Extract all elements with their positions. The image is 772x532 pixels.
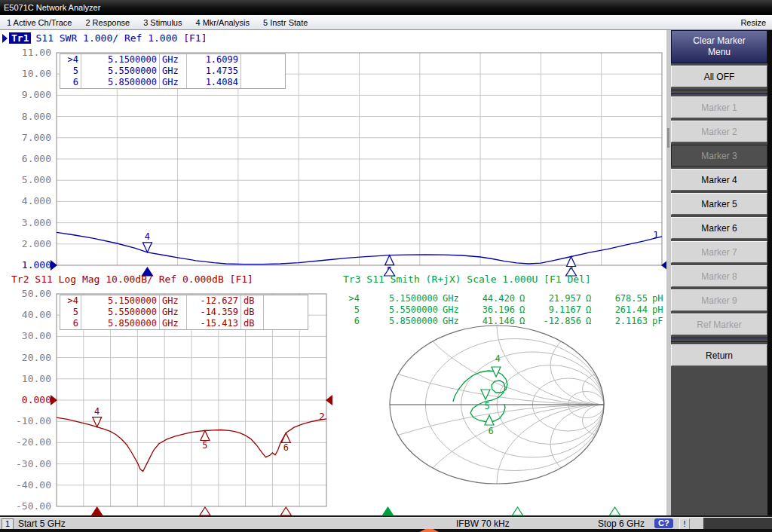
softkey-marker-9: Marker 9	[671, 289, 767, 311]
marker-row: >45.1500000GHz-12.627dB	[60, 295, 308, 307]
title-bar[interactable]: E5071C Network Analyzer	[0, 0, 772, 15]
marker-triangle-icon	[201, 430, 210, 440]
trace2-ytick: -50.00	[5, 500, 51, 512]
marker-cell: -12.856	[534, 316, 584, 327]
trace1-ytick: 4.000	[5, 195, 51, 206]
trace1-ytick: 2.000	[5, 238, 51, 249]
marker-cell: GHz	[160, 295, 187, 307]
marker-cell: 261.44	[600, 304, 650, 316]
trace1-ytick: 5.000	[5, 174, 51, 185]
marker-cell: 6	[60, 77, 81, 88]
marker-cell: 44.420	[467, 293, 517, 304]
softkey-sidebar: Clear Marker Menu All OFFMarker 1Marker …	[671, 30, 767, 515]
trace2-ytick: 50.00	[5, 288, 51, 299]
marker-cell: 5.1500000	[362, 293, 440, 304]
marker-cell: 1.4084	[187, 77, 241, 88]
stimulus-marker-icon	[280, 507, 291, 515]
marker-cell: 36.196	[467, 304, 517, 316]
softkey-marker-3[interactable]: Marker 3	[671, 145, 767, 167]
marker-number-label: 6	[488, 426, 493, 436]
marker-cell: 5.8500000	[81, 318, 160, 329]
trace2-ytick: -20.00	[5, 436, 51, 448]
splitter-handle[interactable]	[667, 128, 669, 148]
marker-cell: 6	[341, 316, 362, 327]
marker-cell: 21.957	[534, 293, 584, 304]
resize-menu-item[interactable]: Resize	[734, 18, 772, 27]
marker-cell: 5	[60, 66, 81, 77]
menu-item-5[interactable]: 5 Instr State	[256, 18, 314, 27]
marker-cell: 5.1500000	[81, 54, 160, 66]
marker-cell: GHz	[440, 293, 467, 304]
trace2-marker-table: >45.1500000GHz-12.627dB 55.5500000GHz-14…	[60, 295, 308, 330]
marker-cell: 5.8500000	[362, 316, 440, 327]
marker-cell: pF	[650, 316, 666, 327]
marker-cell: Ω	[517, 304, 534, 316]
status-bar-dark-area	[703, 518, 772, 530]
marker-cell-empty	[241, 54, 285, 66]
softkey-marker-6[interactable]: Marker 6	[671, 217, 767, 239]
marker-cell: GHz	[160, 318, 187, 329]
marker-cell: GHz	[440, 316, 467, 327]
right-edge-strip	[767, 30, 772, 515]
vna-application-window: E5071C Network Analyzer 1 Active Ch/Trac…	[0, 0, 772, 532]
alert-indicator[interactable]: !	[679, 518, 690, 530]
start-frequency-label: Start 5 GHz	[18, 518, 66, 530]
marker-triangle-icon	[485, 415, 494, 425]
marker-cell: 5.5500000	[362, 304, 440, 316]
smith-reactance-arc	[390, 88, 668, 405]
marker-row: 55.5500000GHz1.4735	[60, 66, 285, 77]
softkey-marker-2: Marker 2	[671, 121, 767, 142]
marker-cell-empty	[264, 307, 308, 318]
softkey-marker-7: Marker 7	[671, 241, 767, 263]
trace1-marker-table: >45.1500000GHz1.6099 55.5500000GHz1.4735…	[60, 54, 286, 89]
stimulus-marker-icon	[200, 507, 210, 515]
marker-cell: -15.413	[187, 318, 241, 329]
menu-item-1[interactable]: 1 Active Ch/Trace	[0, 18, 78, 27]
trace1-ytick: 9.000	[5, 89, 51, 100]
softkey-menu-title: Clear Marker Menu	[671, 30, 767, 63]
menu-bar: 1 Active Ch/Trace2 Response3 Stimulus4 M…	[0, 15, 772, 30]
marker-cell: dB	[241, 307, 264, 318]
marker-cell-empty	[241, 77, 285, 88]
softkey-all-off[interactable]: All OFF	[671, 66, 767, 87]
marker-row: 55.5500000GHz-14.359dB	[60, 307, 308, 318]
marker-cell: 5.8500000	[81, 77, 160, 88]
marker-cell: >4	[60, 54, 81, 66]
status-bar: 1 Start 5 GHz IFBW 70 kHz Stop 6 GHz C? …	[0, 517, 772, 529]
softkey-return[interactable]: Return	[671, 344, 767, 366]
softkey-separator	[671, 90, 767, 94]
trace2-header: Tr2 S11 Log Mag 10.00dB/ Ref 0.000dB [F1…	[11, 274, 253, 285]
marker-cell: 2.1163	[600, 316, 650, 327]
softkey-marker-8: Marker 8	[671, 265, 767, 287]
marker-number-label: 4	[145, 231, 150, 242]
marker-cell: pH	[650, 293, 666, 304]
stop-frequency-label: Stop 6 GHz	[598, 518, 645, 530]
trace2-ytick: -30.00	[5, 458, 51, 469]
trace1-ytick: 1.000	[5, 259, 51, 271]
marker-cell: >4	[341, 293, 362, 304]
marker-cell: 5.5500000	[81, 307, 160, 318]
marker-cell: 5.5500000	[81, 66, 160, 77]
marker-cell: 41.146	[467, 316, 517, 327]
softkey-marker-4[interactable]: Marker 4	[671, 169, 767, 191]
trace1-end-label: 1	[653, 229, 659, 240]
trace2-ytick: 10.00	[5, 373, 51, 384]
marker-cell: 5	[60, 307, 81, 318]
marker-cell: Ω	[584, 293, 600, 304]
marker-cell: 5.1500000	[81, 295, 160, 307]
softkey-marker-5[interactable]: Marker 5	[671, 193, 767, 215]
trace1-format-label: S11 SWR 1.000/ Ref 1.000 [F1]	[35, 32, 207, 44]
active-trace-arrow-icon	[2, 34, 8, 43]
menu-item-4[interactable]: 4 Mkr/Analysis	[188, 18, 256, 27]
trace2-ytick: 40.00	[5, 309, 51, 320]
menu-item-3[interactable]: 3 Stimulus	[136, 18, 188, 27]
marker-cell: -12.627	[187, 295, 241, 307]
softkey-ref-marker: Ref Marker	[671, 313, 767, 335]
stimulus-marker-icon	[383, 507, 394, 515]
marker-cell: 1.4735	[187, 66, 241, 77]
marker-cell: Ω	[517, 316, 534, 327]
marker-row: 65.8500000GHz-15.413dB	[60, 318, 308, 329]
marker-row: 55.5500000GHz36.196Ω9.1167Ω261.44pH	[341, 304, 710, 316]
marker-cell: -14.359	[187, 307, 241, 318]
menu-item-2[interactable]: 2 Response	[78, 18, 136, 27]
